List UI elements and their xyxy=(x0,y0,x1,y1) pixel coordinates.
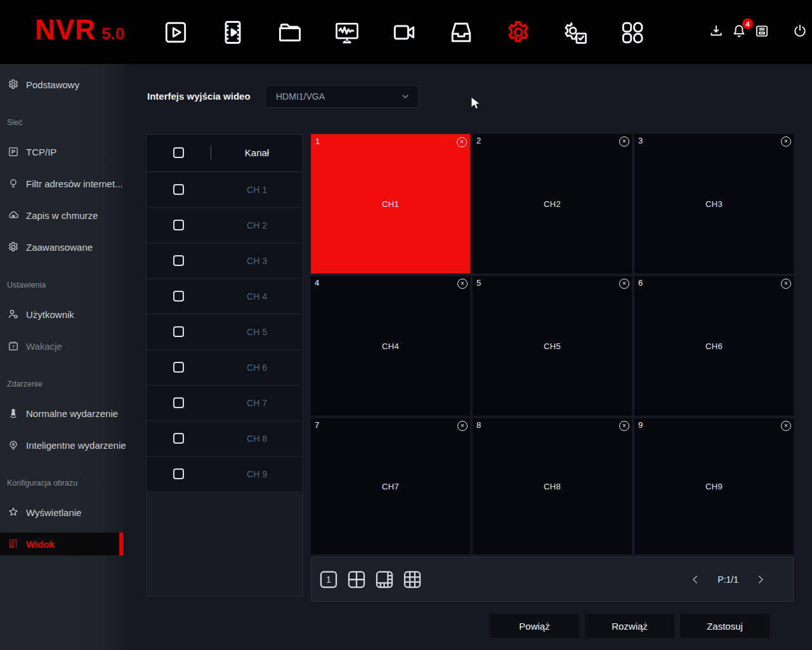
mouse-cursor xyxy=(470,96,484,112)
channel-row-4[interactable]: CH 4 xyxy=(147,279,303,314)
cloud-icon xyxy=(7,209,20,222)
calendar-icon: 7 xyxy=(7,340,20,352)
next-page-icon[interactable] xyxy=(755,574,766,585)
grid-cell-6[interactable]: 6×CH6 xyxy=(634,276,794,416)
row-checkbox[interactable] xyxy=(173,291,184,302)
row-checkbox[interactable] xyxy=(173,255,184,266)
close-icon[interactable]: × xyxy=(457,137,467,147)
close-icon[interactable]: × xyxy=(619,136,629,147)
row-checkbox[interactable] xyxy=(173,220,184,230)
sidebar-item-normalne-wydarzenie[interactable]: Normalne wydarzenie xyxy=(0,402,123,425)
grid-toolbar: 1 P:1/1 xyxy=(311,557,794,602)
active-indicator-bar xyxy=(119,533,123,555)
layout-switcher: 1 xyxy=(318,557,423,601)
settings-icon[interactable] xyxy=(504,18,532,46)
svg-text:1: 1 xyxy=(326,574,331,585)
row-checkbox[interactable] xyxy=(173,326,184,337)
sidebar-item-filtr-adresow[interactable]: Filtr adresów internet... xyxy=(0,172,123,195)
close-icon[interactable]: × xyxy=(781,136,791,147)
grid-cell-8[interactable]: 8×CH8 xyxy=(473,418,632,554)
gear-icon xyxy=(7,78,20,91)
sidebar-item-zapis-w-chmurze[interactable]: Zapis w chmurze xyxy=(0,204,123,227)
row-checkbox[interactable] xyxy=(173,397,184,408)
grid-cell-1[interactable]: 1×CH1 xyxy=(311,134,470,274)
sidebar-section-ustawienia: Ustawienia xyxy=(7,281,46,289)
power-icon[interactable] xyxy=(792,23,808,39)
row-checkbox[interactable] xyxy=(173,468,184,479)
grid-cell-2[interactable]: 2×CH2 xyxy=(473,134,632,274)
user-gear-icon xyxy=(7,308,20,321)
sidebar-item-podstawowy[interactable]: Podstawowy xyxy=(0,73,123,96)
alarm-bell-icon[interactable]: 4 xyxy=(731,23,747,39)
system-status-icon[interactable] xyxy=(333,18,361,46)
close-icon[interactable]: × xyxy=(619,279,629,289)
sidebar-item-uzytkownik[interactable]: Użytkownik xyxy=(0,303,123,326)
row-checkbox[interactable] xyxy=(173,433,184,444)
maintenance-icon[interactable] xyxy=(561,18,589,46)
channel-row-8[interactable]: CH 8 xyxy=(147,421,303,456)
star-icon xyxy=(7,506,20,519)
channel-row-5[interactable]: CH 5 xyxy=(147,315,303,349)
channel-column-title: Kanał xyxy=(225,135,289,171)
sidebar: Podstawowy Sieć P TCP/IP Filtr adresów i… xyxy=(0,64,123,650)
close-icon[interactable]: × xyxy=(781,421,791,431)
status-nav: 4 xyxy=(708,23,808,39)
layout-9-icon[interactable] xyxy=(402,569,423,590)
video-output-label: Interfejs wyjścia wideo xyxy=(147,85,251,108)
grid-cell-9[interactable]: 9×CH9 xyxy=(634,418,794,554)
close-icon[interactable]: × xyxy=(457,421,468,431)
live-view-icon[interactable] xyxy=(162,18,190,46)
channel-row-1[interactable]: CH 1 xyxy=(147,173,303,207)
sidebar-item-wakacje[interactable]: 7 Wakacje xyxy=(0,335,123,357)
apply-button[interactable]: Zastosuj xyxy=(680,614,769,638)
dropdown-value: HDMI1/VGA xyxy=(276,91,401,102)
select-all-checkbox[interactable] xyxy=(173,147,184,158)
channel-row-7[interactable]: CH 7 xyxy=(147,386,303,420)
grid-pagination: P:1/1 xyxy=(690,557,766,601)
bind-button[interactable]: Powiąż xyxy=(490,614,579,638)
sidebar-item-wyswietlanie[interactable]: Wyświetlanie xyxy=(0,501,123,524)
bulb-icon xyxy=(7,177,20,190)
apps-icon[interactable] xyxy=(619,18,646,46)
notification-badge: 4 xyxy=(742,18,753,29)
file-management-icon[interactable] xyxy=(276,18,304,46)
video-output-dropdown[interactable]: HDMI1/VGA xyxy=(265,85,419,108)
playback-icon[interactable] xyxy=(219,18,247,46)
row-checkbox[interactable] xyxy=(173,184,184,195)
sidebar-item-zaawansowane[interactable]: Zaawansowane xyxy=(0,235,123,258)
channel-row-6[interactable]: CH 6 xyxy=(147,350,303,385)
layout-4-icon[interactable] xyxy=(346,569,367,590)
sidebar-section-zdarzenie: Zdarzenie xyxy=(7,380,43,388)
sidebar-item-widok[interactable]: Widok xyxy=(0,533,123,555)
channel-row-2[interactable]: CH 2 xyxy=(147,208,303,242)
close-icon[interactable]: × xyxy=(781,279,791,289)
prev-page-icon[interactable] xyxy=(690,574,701,585)
sidebar-item-inteligentne-wydarzenie[interactable]: Inteligentne wydarzenie xyxy=(0,434,123,456)
close-icon[interactable]: × xyxy=(619,421,629,431)
grid-cell-3[interactable]: 3×CH3 xyxy=(634,134,794,274)
layout-1plus-icon[interactable] xyxy=(374,569,395,590)
grid-cell-7[interactable]: 7×CH7 xyxy=(311,418,470,554)
svg-text:P: P xyxy=(11,149,15,155)
sidebar-section-konfiguracja-obrazu: Konfiguracja obrazu xyxy=(7,479,77,488)
unbind-button[interactable]: Rozwiąż xyxy=(585,614,674,638)
sidebar-item-tcpip[interactable]: P TCP/IP xyxy=(0,140,123,163)
grid-cell-4[interactable]: 4×CH4 xyxy=(311,276,470,416)
svg-text:7: 7 xyxy=(12,345,15,350)
camera-icon[interactable] xyxy=(390,18,418,46)
app-logo: NVR 5.0 xyxy=(35,14,124,46)
export-download-icon[interactable] xyxy=(708,23,724,39)
video-grid: 1×CH1 2×CH2 3×CH3 4×CH4 5×CH5 6×CH6 7×CH… xyxy=(311,134,794,554)
person-icon xyxy=(7,407,20,420)
storage-icon[interactable] xyxy=(447,18,475,46)
channel-row-9[interactable]: CH 9 xyxy=(147,457,303,491)
layout-1-icon[interactable]: 1 xyxy=(318,569,339,590)
close-icon[interactable]: × xyxy=(457,279,468,289)
log-archive-icon[interactable] xyxy=(754,23,770,39)
grid-cell-5[interactable]: 5×CH5 xyxy=(473,276,632,416)
channel-row-3[interactable]: CH 3 xyxy=(147,244,303,278)
smart-event-icon xyxy=(7,439,20,451)
header-divider xyxy=(211,145,211,159)
row-checkbox[interactable] xyxy=(173,362,184,373)
top-bar: NVR 5.0 xyxy=(0,0,812,64)
